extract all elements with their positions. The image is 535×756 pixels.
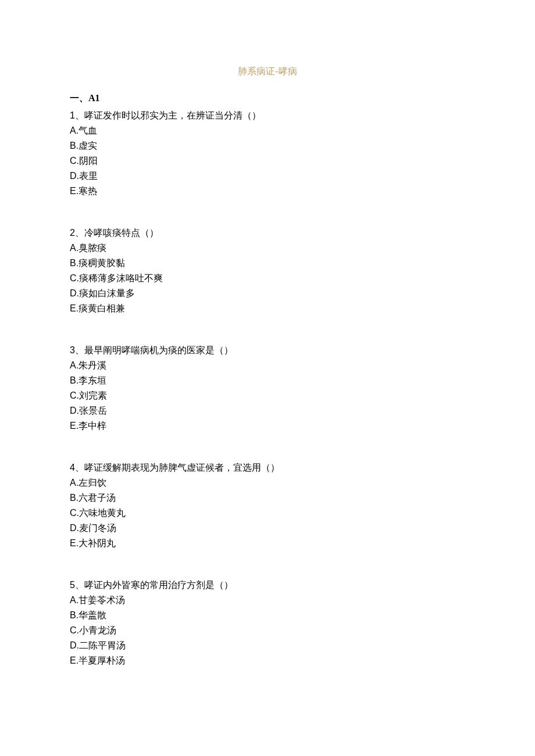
option-letter: A. bbox=[70, 478, 79, 488]
question-number: 1 bbox=[70, 110, 75, 120]
option-text: 李东垣 bbox=[79, 375, 106, 385]
option-text: 痰稠黄胶黏 bbox=[79, 258, 125, 268]
option-text: 阴阳 bbox=[79, 156, 98, 166]
option-text: 张景岳 bbox=[79, 406, 107, 415]
option-text: 半夏厚朴汤 bbox=[79, 655, 125, 665]
option-text: 华盖散 bbox=[79, 610, 106, 620]
option-text: 痰稀薄多沫咯吐不爽 bbox=[79, 273, 163, 283]
option-letter: C. bbox=[70, 273, 79, 283]
option-line: E.寒热 bbox=[70, 184, 465, 199]
option-line: D.表里 bbox=[70, 169, 465, 184]
question-line: 1、哮证发作时以邪实为主，在辨证当分清（） bbox=[70, 108, 465, 123]
option-text: 表里 bbox=[79, 171, 98, 181]
option-line: B.虚实 bbox=[70, 138, 465, 153]
option-letter: C. bbox=[70, 508, 79, 518]
option-line: E.大补阴丸 bbox=[70, 536, 465, 551]
option-line: D.麦门冬汤 bbox=[70, 521, 465, 536]
question-number: 3 bbox=[70, 345, 75, 355]
option-line: A.臭脓痰 bbox=[70, 241, 465, 256]
questions-container: 1、哮证发作时以邪实为主，在辨证当分清（）A.气血B.虚实C.阴阳D.表里E.寒… bbox=[70, 108, 465, 668]
option-text: 虚实 bbox=[79, 141, 97, 151]
option-text: 朱丹溪 bbox=[79, 360, 106, 370]
option-text: 麦门冬汤 bbox=[79, 523, 116, 533]
option-letter: B. bbox=[70, 493, 79, 503]
option-letter: D. bbox=[70, 288, 79, 298]
option-line: C.痰稀薄多沫咯吐不爽 bbox=[70, 271, 465, 286]
section-header: 一、A1 bbox=[70, 91, 465, 106]
option-letter: B. bbox=[70, 610, 79, 620]
option-letter: C. bbox=[70, 156, 79, 166]
option-letter: B. bbox=[70, 141, 79, 151]
option-letter: C. bbox=[70, 625, 79, 635]
option-line: C.六味地黄丸 bbox=[70, 506, 465, 521]
option-letter: B. bbox=[70, 375, 79, 385]
question-text: 、哮证内外皆寒的常用治疗方剂是（） bbox=[75, 580, 233, 590]
option-text: 寒热 bbox=[79, 186, 97, 196]
question-number: 2 bbox=[70, 228, 75, 238]
option-line: B.痰稠黄胶黏 bbox=[70, 256, 465, 271]
option-line: C.刘完素 bbox=[70, 388, 465, 403]
option-line: A.气血 bbox=[70, 123, 465, 138]
question-text: 、哮证发作时以邪实为主，在辨证当分清（） bbox=[75, 110, 261, 120]
option-letter: C. bbox=[70, 390, 79, 400]
document-title: 肺系病证-哮病 bbox=[70, 64, 465, 79]
question-block: 1、哮证发作时以邪实为主，在辨证当分清（）A.气血B.虚实C.阴阳D.表里E.寒… bbox=[70, 108, 465, 199]
option-letter: D. bbox=[70, 406, 79, 415]
option-line: E.痰黄白相兼 bbox=[70, 301, 465, 316]
option-text: 大补阴丸 bbox=[79, 538, 116, 548]
option-letter: A. bbox=[70, 595, 79, 605]
option-line: B.李东垣 bbox=[70, 373, 465, 388]
question-block: 4、哮证缓解期表现为肺脾气虚证候者，宜选用（）A.左归饮B.六君子汤C.六味地黄… bbox=[70, 460, 465, 551]
option-letter: E. bbox=[70, 186, 79, 196]
question-block: 2、冷哮咳痰特点（）A.臭脓痰B.痰稠黄胶黏C.痰稀薄多沫咯吐不爽D.痰如白沫量… bbox=[70, 225, 465, 316]
option-line: D.二陈平胃汤 bbox=[70, 638, 465, 653]
option-letter: D. bbox=[70, 523, 79, 533]
option-text: 六君子汤 bbox=[79, 493, 116, 503]
option-line: A.甘姜苓术汤 bbox=[70, 593, 465, 608]
option-text: 痰如白沫量多 bbox=[79, 288, 135, 298]
option-line: B.六君子汤 bbox=[70, 490, 465, 506]
question-line: 2、冷哮咳痰特点（） bbox=[70, 225, 465, 241]
question-line: 4、哮证缓解期表现为肺脾气虚证候者，宜选用（） bbox=[70, 460, 465, 475]
option-letter: D. bbox=[70, 640, 79, 650]
option-letter: A. bbox=[70, 126, 79, 135]
question-block: 5、哮证内外皆寒的常用治疗方剂是（）A.甘姜苓术汤B.华盖散C.小青龙汤D.二陈… bbox=[70, 578, 465, 668]
option-line: B.华盖散 bbox=[70, 608, 465, 623]
option-text: 二陈平胃汤 bbox=[79, 640, 126, 650]
option-letter: E. bbox=[70, 421, 79, 431]
option-letter: D. bbox=[70, 171, 79, 181]
option-line: E.半夏厚朴汤 bbox=[70, 653, 465, 668]
option-line: C.阴阳 bbox=[70, 153, 465, 169]
question-text: 、最早阐明哮喘病机为痰的医家是（） bbox=[75, 345, 233, 355]
option-letter: E. bbox=[70, 303, 79, 313]
option-line: C.小青龙汤 bbox=[70, 623, 465, 638]
option-line: E.李中梓 bbox=[70, 418, 465, 433]
option-line: D.张景岳 bbox=[70, 403, 465, 418]
option-letter: B. bbox=[70, 258, 79, 268]
question-number: 4 bbox=[70, 463, 75, 472]
option-letter: E. bbox=[70, 538, 79, 548]
question-line: 3、最早阐明哮喘病机为痰的医家是（） bbox=[70, 343, 465, 358]
option-letter: A. bbox=[70, 360, 79, 370]
option-text: 左归饮 bbox=[79, 478, 106, 488]
option-letter: E. bbox=[70, 655, 79, 665]
option-line: D.痰如白沫量多 bbox=[70, 286, 465, 301]
option-text: 李中梓 bbox=[79, 421, 106, 431]
option-text: 痰黄白相兼 bbox=[79, 303, 125, 313]
option-line: A.左归饮 bbox=[70, 475, 465, 490]
question-line: 5、哮证内外皆寒的常用治疗方剂是（） bbox=[70, 578, 465, 593]
question-block: 3、最早阐明哮喘病机为痰的医家是（）A.朱丹溪B.李东垣C.刘完素D.张景岳E.… bbox=[70, 343, 465, 433]
option-line: A.朱丹溪 bbox=[70, 358, 465, 373]
option-letter: A. bbox=[70, 243, 79, 253]
question-text: 、哮证缓解期表现为肺脾气虚证候者，宜选用（） bbox=[75, 463, 280, 472]
option-text: 甘姜苓术汤 bbox=[79, 595, 125, 605]
question-number: 5 bbox=[70, 580, 75, 590]
question-text: 、冷哮咳痰特点（） bbox=[75, 228, 159, 238]
option-text: 小青龙汤 bbox=[79, 625, 116, 635]
option-text: 气血 bbox=[79, 126, 97, 135]
option-text: 刘完素 bbox=[79, 390, 107, 400]
option-text: 臭脓痰 bbox=[79, 243, 106, 253]
option-text: 六味地黄丸 bbox=[79, 508, 126, 518]
document-page: 肺系病证-哮病 一、A1 1、哮证发作时以邪实为主，在辨证当分清（）A.气血B.… bbox=[0, 0, 535, 715]
